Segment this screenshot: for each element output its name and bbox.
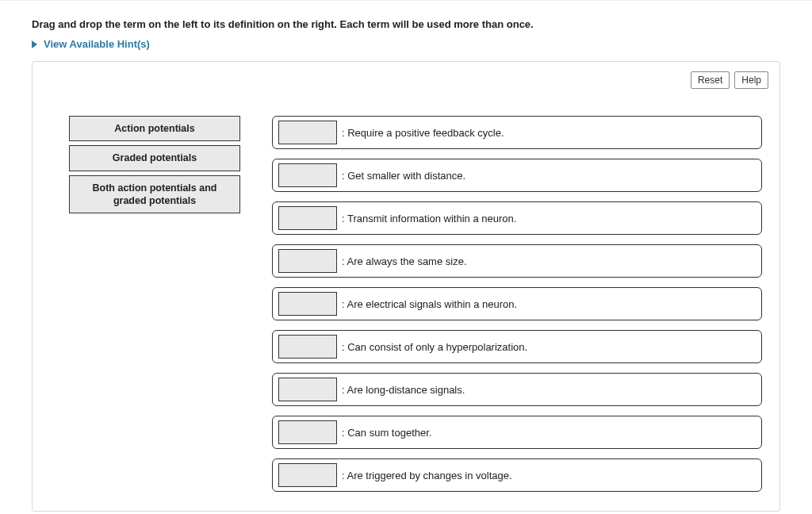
drop-target[interactable] — [278, 378, 337, 401]
instructions-text: Drag and drop the term on the left to it… — [32, 18, 780, 30]
definition-text: : Can sum together. — [342, 427, 431, 439]
definition-row: : Are electrical signals within a neuron… — [272, 287, 762, 320]
definition-text: : Require a positive feedback cycle. — [342, 127, 504, 139]
term-item[interactable]: Graded potentials — [69, 145, 240, 171]
definition-row: : Can sum together. — [272, 416, 762, 449]
chevron-right-icon — [32, 40, 37, 48]
definition-text: : Are triggered by changes in voltage. — [342, 470, 512, 481]
view-hints-toggle[interactable]: View Available Hint(s) — [32, 38, 150, 50]
drop-target[interactable] — [278, 292, 337, 316]
term-item[interactable]: Both action potentials and graded potent… — [69, 175, 240, 214]
drop-target[interactable] — [278, 121, 337, 144]
definition-row: : Require a positive feedback cycle. — [272, 116, 762, 149]
term-item[interactable]: Action potentials — [69, 116, 240, 141]
definition-row: : Can consist of only a hyperpolarizatio… — [272, 330, 762, 363]
drop-target[interactable] — [278, 206, 337, 230]
definition-text: : Are long-distance signals. — [342, 384, 465, 396]
reset-button[interactable]: Reset — [691, 71, 730, 89]
drop-target[interactable] — [278, 335, 337, 359]
definition-row: : Are triggered by changes in voltage. — [272, 458, 762, 492]
drop-target[interactable] — [278, 163, 337, 187]
drop-target[interactable] — [278, 420, 337, 444]
definition-text: : Transmit information within a neuron. — [342, 213, 516, 224]
definition-row: : Transmit information within a neuron. — [272, 201, 762, 235]
definition-row: : Are long-distance signals. — [272, 373, 762, 406]
exercise-panel: Reset Help Action potentials Graded pote… — [32, 61, 780, 512]
help-button[interactable]: Help — [734, 71, 768, 89]
drop-target[interactable] — [278, 463, 337, 487]
definition-text: : Are always the same size. — [342, 255, 467, 267]
definition-text: : Get smaller with distance. — [342, 170, 465, 182]
definition-text: : Are electrical signals within a neuron… — [342, 298, 517, 310]
definition-row: : Are always the same size. — [272, 244, 762, 278]
drop-target[interactable] — [278, 249, 337, 273]
definition-text: : Can consist of only a hyperpolarizatio… — [342, 341, 527, 353]
definition-row: : Get smaller with distance. — [272, 159, 762, 192]
terms-column: Action potentials Graded potentials Both… — [69, 116, 240, 492]
hints-label: View Available Hint(s) — [44, 38, 150, 50]
definitions-column: : Require a positive feedback cycle. : G… — [272, 116, 762, 492]
